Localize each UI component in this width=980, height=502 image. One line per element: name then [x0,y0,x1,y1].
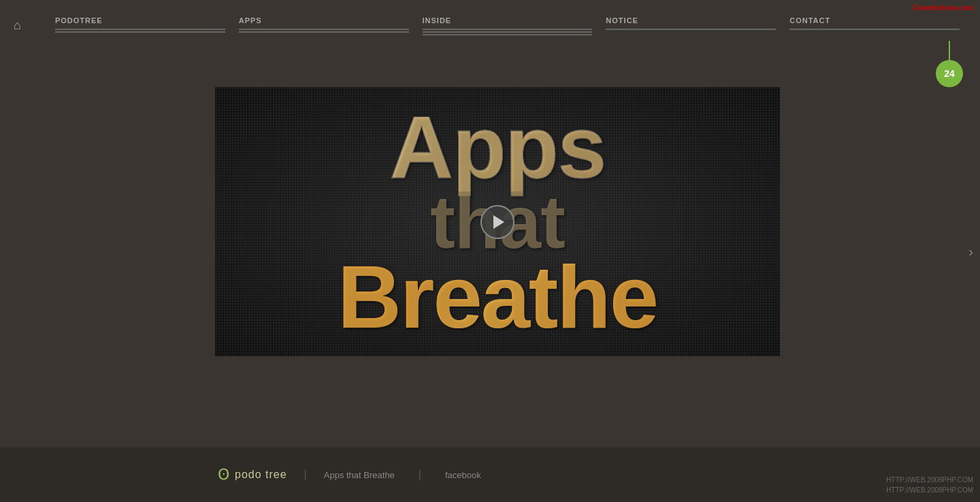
facebook-link[interactable]: facebook [445,470,481,480]
nav-lines-notice [606,29,776,30]
hero-line1: Apps [390,103,606,191]
nav-line [789,29,960,30]
nav-line [239,29,409,30]
badge-number: 24 [944,68,955,79]
header: ⌂ PODOTREE APPS INSIDE NOTICE [0,0,980,51]
nav-label-contact: CONTACT [789,16,960,25]
nav-label-podotree: PODOTREE [55,16,225,25]
nav-line [423,31,593,33]
nav-label-notice: NOTICE [606,16,776,25]
notification-badge[interactable]: 24 [936,60,963,87]
nav-line [423,29,593,30]
nav-lines-podotree [55,29,225,33]
nav-line [423,34,593,35]
footer-tagline: Apps that Breathe [324,470,395,480]
nav-item-inside[interactable]: INSIDE [416,16,600,35]
nav-line [55,29,225,30]
footer-divider1: | [304,469,307,481]
nav-line [239,31,409,33]
play-icon [493,215,504,229]
play-button[interactable] [480,205,514,239]
left-panel [0,87,215,421]
hero-line3: Breathe [338,253,657,341]
nav-line [606,29,776,30]
footer-logo[interactable]: ʘ podo tree [218,466,287,484]
nav-label-inside: INSIDE [423,16,593,25]
footer: ʘ podo tree | Apps that Breathe | facebo… [0,448,980,502]
badge-line [949,41,950,61]
nav-lines-apps [239,29,409,33]
nav-label-apps: APPS [239,16,409,25]
nav-lines-contact [789,29,960,30]
hero-area: Apps that Breathe [215,87,780,356]
nav-items: PODOTREE APPS INSIDE NOTICE [48,16,966,35]
home-icon: ⌂ [14,18,21,32]
reflection-area: Apps that Breathe [215,356,780,424]
nav-home[interactable]: ⌂ [14,18,21,33]
nav-item-apps[interactable]: APPS [232,16,416,35]
nav-line [55,31,225,33]
nav-lines-inside [423,29,593,35]
watermark-line1: HTTP://WEB.2008PHP.COM [886,475,973,485]
nav-item-podotree[interactable]: PODOTREE [48,16,232,35]
watermark-top: Cnwebshow.com [913,3,973,12]
footer-logo-text: podo tree [235,469,287,481]
logo-icon: ʘ [218,466,229,484]
watermark-line2: HTTP://WEB.2008PHP.COM [886,485,973,495]
next-arrow[interactable]: › [968,243,973,259]
footer-sep: | [419,469,421,481]
nav-item-contact[interactable]: CONTACT [783,16,966,35]
watermark-bottom: HTTP://WEB.2008PHP.COM HTTP://WEB.2008PH… [886,475,973,495]
nav-item-notice[interactable]: NOTICE [599,16,783,35]
